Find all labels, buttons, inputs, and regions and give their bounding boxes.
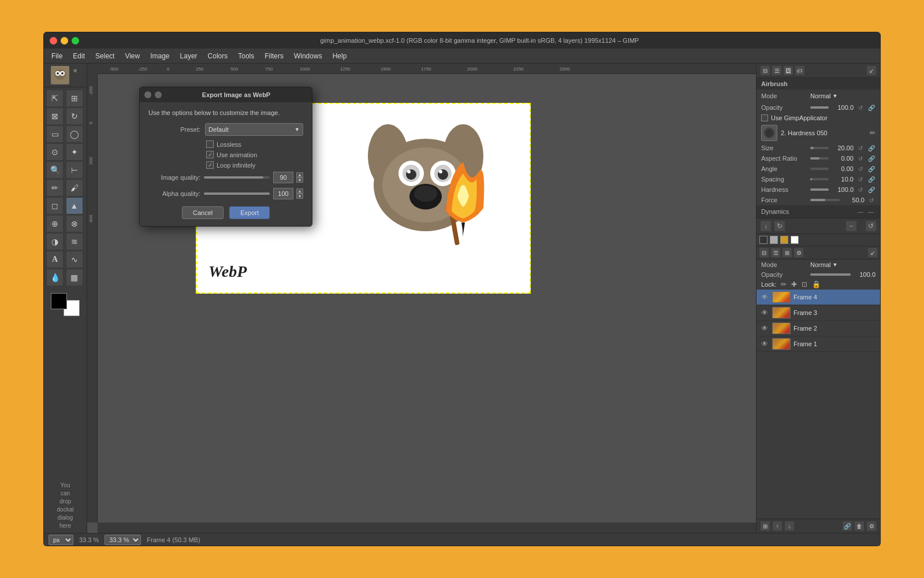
alpha-quality-up[interactable]: ▲ — [296, 188, 303, 194]
airbrush-btn[interactable]: ▲ — [66, 197, 83, 214]
lossless-checkbox[interactable] — [206, 140, 214, 148]
fuzzy-select-btn[interactable]: ✦ — [66, 143, 83, 161]
lock-move-btn[interactable]: ✚ — [791, 280, 797, 288]
dyn-down-btn[interactable]: ↓ — [760, 220, 772, 232]
spacing-chain[interactable]: 🔗 — [867, 175, 875, 183]
menu-colors[interactable]: Colors — [203, 51, 233, 61]
image-quality-value[interactable]: 90 — [273, 172, 293, 183]
layers-new-btn[interactable]: ⊞ — [760, 521, 770, 531]
panel-tag-btn[interactable]: 🏷 — [795, 65, 805, 76]
minimize-button[interactable] — [61, 37, 68, 45]
dyn-refresh-btn[interactable]: ↻ — [774, 220, 785, 232]
menu-select[interactable]: Select — [91, 51, 119, 61]
zoom-btn[interactable]: 🔍 — [46, 161, 64, 179]
size-chain[interactable]: 🔗 — [867, 144, 875, 152]
layer-frame1-eye[interactable]: 👁 — [760, 339, 769, 349]
menu-view[interactable]: View — [120, 51, 144, 61]
unit-select[interactable]: px cm in — [49, 535, 73, 545]
free-select-btn[interactable]: ⊙ — [46, 143, 64, 161]
pencil-btn[interactable]: ✏ — [46, 179, 64, 197]
transform-tool-btn[interactable]: ↻ — [66, 108, 83, 125]
layers-list-btn[interactable]: ☰ — [770, 247, 781, 258]
menu-filters[interactable]: Filters — [260, 51, 288, 61]
text-btn[interactable]: A — [46, 251, 64, 268]
layers-opacity-track[interactable] — [810, 273, 851, 276]
rect-select-btn[interactable]: ▭ — [46, 125, 64, 143]
brush-preview[interactable] — [761, 125, 777, 141]
alpha-quality-value[interactable]: 100 — [273, 188, 293, 199]
aspect-ratio-chain[interactable]: 🔗 — [867, 154, 875, 162]
image-quality-slider[interactable] — [204, 176, 270, 179]
close-button[interactable] — [50, 37, 57, 45]
measure-btn[interactable]: ⊢ — [66, 161, 83, 179]
menu-help[interactable]: Help — [328, 51, 352, 61]
layers-grid-btn[interactable]: ⊞ — [782, 247, 792, 258]
layer-frame2-eye[interactable]: 👁 — [760, 324, 769, 333]
alpha-quality-slider[interactable] — [204, 192, 270, 195]
dyn-reset-btn[interactable]: ↺ — [865, 220, 877, 232]
spacing-reset[interactable]: ↺ — [856, 175, 865, 183]
image-quality-up[interactable]: ▲ — [296, 172, 303, 177]
mode-select[interactable]: Normal ▼ — [810, 92, 837, 99]
scrollbar-horizontal[interactable] — [98, 523, 756, 533]
dynamics-icon1[interactable]: — — [856, 207, 865, 216]
hardness-chain[interactable]: 🔗 — [867, 186, 875, 194]
force-track[interactable] — [810, 199, 840, 201]
move-tool-btn[interactable]: ⇱ — [46, 90, 64, 107]
use-animation-checkbox[interactable]: ✓ — [206, 151, 214, 158]
color-tab-y[interactable] — [780, 235, 789, 244]
size-track[interactable] — [810, 147, 829, 149]
eraser-btn[interactable]: ◻ — [46, 197, 64, 214]
layers-raise-btn[interactable]: ↑ — [772, 521, 783, 531]
dialog-close-btn[interactable] — [144, 91, 151, 98]
dodge-btn[interactable]: ◑ — [46, 233, 64, 250]
dialog-min-btn[interactable] — [155, 91, 162, 98]
opacity-reset[interactable]: ↺ — [856, 103, 865, 112]
lock-alpha-btn[interactable]: ⊡ — [802, 280, 807, 288]
panel-settings-btn[interactable]: ↙ — [866, 65, 877, 76]
angle-track[interactable] — [810, 168, 829, 170]
paintbrush-btn[interactable]: 🖌 — [66, 179, 83, 197]
layers-settings2-btn[interactable]: ⚙ — [866, 521, 877, 531]
crop-tool-btn[interactable]: ⊠ — [46, 108, 64, 125]
opacity-track[interactable] — [810, 106, 829, 109]
panel-img-btn[interactable]: 🖼 — [783, 65, 793, 76]
color-tab-w[interactable] — [790, 235, 799, 244]
image-thumbnail[interactable] — [51, 66, 69, 84]
bucket-fill-btn[interactable]: 💧 — [46, 269, 64, 286]
ellipse-select-btn[interactable]: ◯ — [66, 125, 83, 143]
aspect-ratio-track[interactable] — [810, 157, 829, 160]
aspect-ratio-reset[interactable]: ↺ — [856, 154, 865, 162]
layer-frame3-eye[interactable]: 👁 — [760, 308, 769, 317]
image-quality-down[interactable]: ▼ — [296, 177, 303, 183]
alpha-quality-down[interactable]: ▼ — [296, 194, 303, 199]
path-btn[interactable]: ∿ — [66, 251, 83, 268]
align-tool-btn[interactable]: ⊞ — [66, 90, 83, 107]
lock-paint-btn[interactable]: ✏ — [781, 280, 787, 288]
layers-chain-btn[interactable]: 🔗 — [842, 521, 852, 531]
menu-layer[interactable]: Layer — [176, 51, 202, 61]
force-reset[interactable]: ↺ — [867, 196, 875, 204]
hardness-track[interactable] — [810, 188, 829, 191]
heal-btn[interactable]: ⊗ — [66, 215, 83, 232]
layers-lower-btn[interactable]: ↓ — [784, 521, 795, 531]
opacity-chain[interactable]: 🔗 — [867, 103, 875, 112]
layer-frame2[interactable]: 👁 Frame 2 — [757, 321, 880, 336]
layer-frame1[interactable]: 👁 Frame 1 — [757, 336, 880, 352]
cancel-button[interactable]: Cancel — [182, 206, 223, 219]
close-image-btn[interactable]: ✕ — [70, 66, 80, 75]
layers-columns-btn[interactable]: ⊟ — [759, 247, 769, 258]
color-tab-bg[interactable] — [769, 235, 778, 244]
foreground-color-swatch[interactable] — [51, 293, 67, 309]
layers-delete-btn[interactable]: 🗑 — [854, 521, 865, 531]
menu-file[interactable]: File — [47, 51, 67, 61]
dyn-minus-btn[interactable]: − — [845, 220, 857, 232]
hardness-reset[interactable]: ↺ — [856, 186, 865, 194]
smudge-btn[interactable]: ≋ — [66, 233, 83, 250]
spacing-track[interactable] — [810, 178, 829, 180]
loop-infinitely-checkbox[interactable]: ✓ — [206, 161, 214, 169]
color-swatches[interactable] — [51, 293, 80, 316]
preset-select[interactable]: Default ▼ — [205, 123, 303, 136]
menu-windows[interactable]: Windows — [289, 51, 327, 61]
layer-frame3[interactable]: 👁 Frame 3 — [757, 305, 880, 321]
